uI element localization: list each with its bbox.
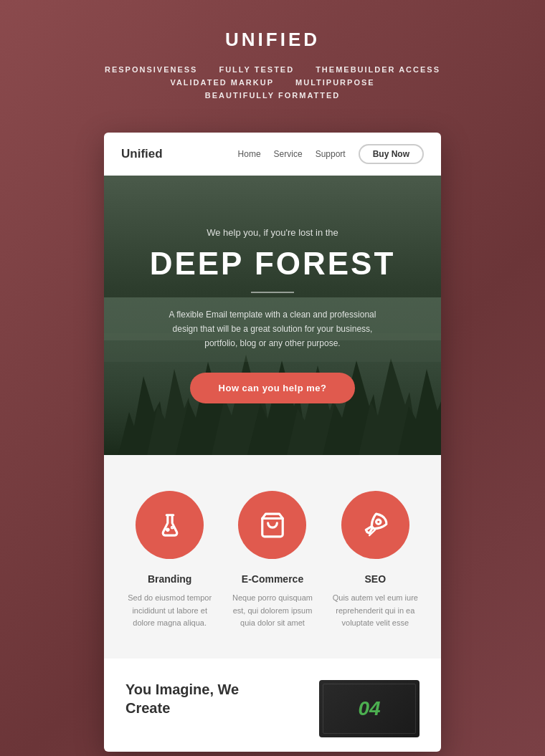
main-title: UNIFIED	[14, 29, 531, 51]
nav-support[interactable]: Support	[316, 149, 346, 159]
bottom-image: 04	[319, 680, 420, 737]
nav-service[interactable]: Service	[274, 149, 303, 159]
tag-beautifully: BEAUTIFULLY FORMATTED	[205, 91, 340, 100]
ecommerce-icon-circle	[238, 491, 306, 559]
flask-icon	[156, 512, 184, 539]
service-seo: SEO Quis autem vel eum iure reprehenderi…	[331, 491, 420, 630]
bottom-image-number: 04	[358, 697, 380, 720]
rocket-icon	[361, 512, 389, 539]
tag-multipurpose: MULTIPURPOSE	[295, 78, 375, 87]
hero-section: We help you, if you're lost in the DEEP …	[104, 176, 441, 455]
tag-themebuilder: THEMEBUILDER ACCESS	[316, 65, 440, 74]
bottom-heading: You Imagine, We Create	[125, 680, 305, 717]
hero-description: A flexible Email template with a clean a…	[158, 307, 387, 351]
tags-row-3: BEAUTIFULLY FORMATTED	[14, 91, 531, 100]
tag-validated: VALIDATED MARKUP	[170, 78, 274, 87]
hero-content: We help you, if you're lost in the DEEP …	[121, 227, 425, 403]
tag-responsiveness: RESPONSIVENESS	[105, 65, 197, 74]
ecommerce-title: E-Commerce	[228, 573, 316, 585]
hero-cta-button[interactable]: How can you help me?	[190, 373, 356, 403]
nav-links: Home Service Support Buy Now	[238, 144, 424, 164]
header-section: UNIFIED RESPONSIVENESS FULLY TESTED THEM…	[0, 0, 545, 125]
bottom-heading-line2: Create	[125, 700, 170, 716]
hero-divider	[251, 292, 294, 293]
branding-desc: Sed do eiusmod tempor incididunt ut labo…	[125, 592, 214, 630]
buy-now-button[interactable]: Buy Now	[359, 144, 424, 164]
shopping-bag-icon	[259, 512, 286, 539]
services-grid: Branding Sed do eiusmod tempor incididun…	[125, 491, 420, 630]
bottom-heading-line1: You Imagine, We	[125, 681, 239, 697]
tag-fully-tested: FULLY TESTED	[219, 65, 294, 74]
card-logo: Unified	[121, 147, 163, 161]
main-card: Unified Home Service Support Buy Now	[104, 133, 441, 752]
svg-point-15	[376, 520, 381, 524]
services-section: Branding Sed do eiusmod tempor incididun…	[104, 455, 441, 659]
bottom-section: You Imagine, We Create 04	[104, 659, 441, 752]
tags-row: RESPONSIVENESS FULLY TESTED THEMEBUILDER…	[14, 65, 531, 74]
svg-point-12	[166, 529, 169, 531]
card-nav: Unified Home Service Support Buy Now	[104, 133, 441, 176]
branding-title: Branding	[125, 573, 214, 585]
seo-icon-circle	[341, 491, 409, 559]
seo-desc: Quis autem vel eum iure reprehenderit qu…	[331, 592, 420, 630]
ecommerce-desc: Neque porro quisquam est, qui dolorem ip…	[228, 592, 316, 630]
svg-point-13	[171, 527, 173, 528]
nav-home[interactable]: Home	[238, 149, 261, 159]
hero-title: DEEP FOREST	[150, 247, 396, 281]
bottom-text: You Imagine, We Create	[125, 680, 305, 717]
seo-title: SEO	[331, 573, 420, 585]
service-ecommerce: E-Commerce Neque porro quisquam est, qui…	[228, 491, 316, 630]
service-branding: Branding Sed do eiusmod tempor incididun…	[125, 491, 214, 630]
branding-icon-circle	[136, 491, 204, 559]
hero-subtitle: We help you, if you're lost in the	[150, 227, 396, 238]
tags-row-2: VALIDATED MARKUP MULTIPURPOSE	[14, 78, 531, 87]
